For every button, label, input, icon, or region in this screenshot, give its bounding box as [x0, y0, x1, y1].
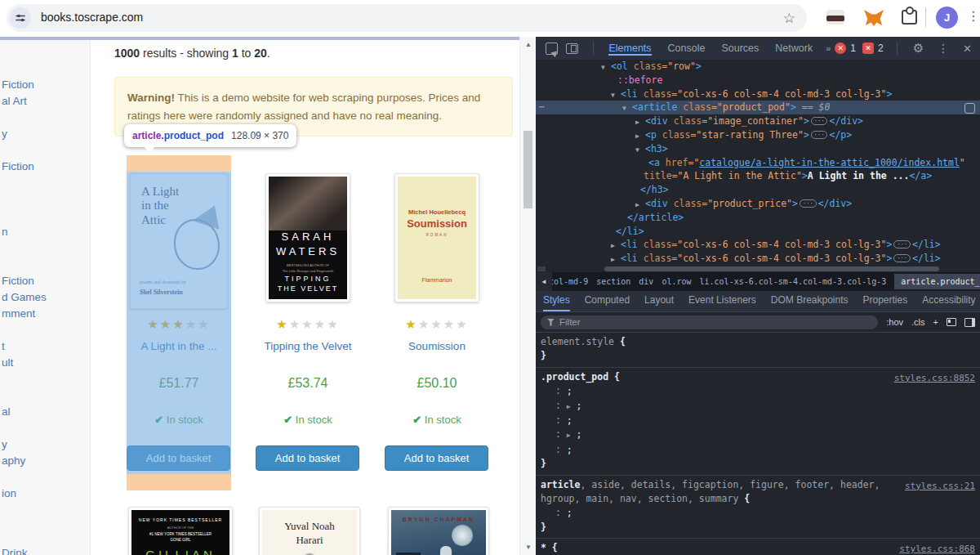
devtools-selected-node[interactable]: ▼<article class="product_pod"> == $0⋯: [536, 101, 980, 114]
site-info-icon[interactable]: [10, 7, 31, 29]
sidebar-category-link[interactable]: al Art: [2, 95, 27, 107]
book-cover[interactable]: BRYNN CHAPMAN: [388, 507, 489, 555]
extensions-puzzle-icon[interactable]: [902, 10, 917, 25]
devtools-tree-node[interactable]: ▶<li class="col-xs-6 col-sm-4 col-md-3 c…: [536, 252, 980, 266]
scroll-down-arrow[interactable]: ▼: [520, 544, 537, 551]
expand-ellipsis-icon[interactable]: ···: [811, 131, 828, 139]
settings-gear-icon[interactable]: ⚙: [913, 41, 924, 56]
panel-tab-dom-breakpoints[interactable]: DOM Breakpoints: [771, 291, 849, 311]
device-toolbar-icon[interactable]: [566, 43, 579, 54]
panel-tab-styles[interactable]: Styles: [543, 291, 570, 311]
sidebar-category-link[interactable]: mment: [2, 307, 35, 320]
sidebar-category-link[interactable]: y: [2, 438, 7, 450]
css-property[interactable]: : ;: [541, 384, 975, 398]
stylesheet-link[interactable]: styles.css:21: [905, 479, 975, 493]
book-title-link[interactable]: Soumission: [385, 340, 489, 352]
devtools-tab-console[interactable]: Console: [668, 43, 706, 54]
expand-ellipsis-icon[interactable]: ···: [800, 199, 817, 208]
devtools-tree-node[interactable]: </article>: [536, 211, 980, 225]
page-scrollbar[interactable]: ▲ ▼: [519, 37, 537, 555]
devtools-tab-sources[interactable]: Sources: [721, 43, 759, 54]
devtools-tree-node[interactable]: </li>: [536, 225, 980, 239]
stylesheet-link[interactable]: styles.css:8852: [894, 371, 975, 385]
panel-tab-accessibility[interactable]: Accessibility: [922, 291, 975, 311]
css-property[interactable]: : ;: [541, 414, 975, 427]
metamask-fox-icon[interactable]: [864, 10, 884, 26]
sidebar-category-link[interactable]: y: [2, 128, 7, 140]
scroll-up-arrow[interactable]: ▲: [520, 41, 537, 48]
scrollbar-thumb[interactable]: [523, 131, 532, 208]
url-bar[interactable]: books.toscrape.com ☆: [7, 4, 807, 32]
devtools-tree-node[interactable]: </h3>: [536, 183, 980, 197]
expand-ellipsis-icon[interactable]: ···: [893, 254, 911, 262]
panel-tab-properties[interactable]: Properties: [863, 291, 908, 311]
devtools-close-icon[interactable]: ✕: [963, 43, 972, 55]
bookmark-star-icon[interactable]: ☆: [783, 10, 795, 27]
css-property[interactable]: : ▶ ;: [541, 399, 975, 414]
sidebar-category-link[interactable]: t: [2, 340, 5, 352]
more-tabs-chevron[interactable]: »: [826, 43, 830, 53]
breadcrumb-item[interactable]: article.product_pod: [894, 274, 980, 289]
devtools-tree-node[interactable]: ▶<div class="image_container">···</div>: [536, 114, 980, 128]
breadcrumb-item[interactable]: ol.row: [662, 277, 691, 286]
panel-tab-layout[interactable]: Layout: [644, 291, 674, 311]
devtools-tree-node[interactable]: ▶<p class="star-rating Three">···</p>: [536, 128, 980, 142]
scrollbar-thumb[interactable]: [604, 266, 939, 271]
sidebar-category-link[interactable]: Drink: [2, 547, 28, 555]
devtools-tab-elements[interactable]: Elements: [608, 43, 651, 56]
panel-tab-event-listeners[interactable]: Event Listeners: [688, 291, 756, 311]
reveal-node-icon[interactable]: [964, 103, 975, 114]
sidebar-category-link[interactable]: n: [2, 226, 8, 238]
sidebar-category-link[interactable]: Fiction: [2, 160, 34, 172]
breadcrumb-item[interactable]: section: [596, 277, 630, 286]
filter-input[interactable]: Filter: [541, 316, 878, 329]
book-cover[interactable]: Michel Houellebecq Soumission ROMAN Flam…: [394, 173, 479, 302]
sidebar-category-link[interactable]: ult: [2, 356, 13, 369]
css-property[interactable]: : ;: [541, 443, 975, 457]
stylesheet-link[interactable]: styles.css:868: [899, 542, 975, 555]
devtools-tree-node[interactable]: ▼<ol class="row">: [536, 60, 980, 74]
computed-sidebar-toggle-icon[interactable]: [964, 318, 975, 327]
rendering-emulation-icon[interactable]: [947, 318, 956, 326]
sidebar-category-link[interactable]: Fiction: [2, 78, 34, 91]
devtools-tree-node[interactable]: ::before: [536, 74, 980, 87]
devtools-tree-node[interactable]: <a href="catalogue/a-light-in-the-attic_…: [536, 156, 980, 170]
sidebar-category-link[interactable]: d Games: [2, 291, 47, 303]
tree-horizontal-scrollbar[interactable]: [536, 266, 980, 272]
sidebar-category-link[interactable]: aphy: [2, 454, 25, 467]
breadcrumb-item[interactable]: li.col-xs-6.col-sm-4.col-md-3.col-lg-3: [700, 277, 887, 286]
profile-avatar[interactable]: J: [936, 7, 958, 29]
inspect-element-icon[interactable]: [546, 43, 558, 55]
browser-menu-icon[interactable]: ⋮: [967, 8, 980, 24]
breadcrumb-item[interactable]: div: [639, 277, 653, 286]
breadcrumb-scroll-left-icon[interactable]: ◀: [536, 272, 552, 291]
expand-ellipsis-icon[interactable]: ···: [811, 117, 828, 125]
book-cover[interactable]: Yuval NoahHarari: [259, 507, 360, 555]
book-cover[interactable]: SARAH WATERS BESTSELLING AUTHOR OFThe Li…: [265, 173, 350, 302]
devtools-tree-node[interactable]: ▼<li class="col-xs-6 col-sm-4 col-md-3 c…: [536, 87, 980, 101]
breadcrumb-item[interactable]: col-md-9: [552, 277, 588, 286]
wallet-extension-icon[interactable]: [826, 10, 844, 25]
filter-action[interactable]: :hov: [886, 317, 903, 327]
sidebar-category-link[interactable]: al: [2, 405, 11, 418]
add-to-basket-button[interactable]: Add to basket: [256, 445, 359, 471]
add-to-basket-button[interactable]: Add to basket: [385, 445, 488, 471]
css-property[interactable]: : ▶ ;: [541, 427, 975, 442]
filter-action[interactable]: +: [933, 317, 938, 327]
console-error-icon[interactable]: ✕: [835, 43, 846, 54]
issues-icon[interactable]: ✕: [862, 43, 874, 54]
devtools-tree-node[interactable]: ▼<h3>: [536, 142, 980, 156]
url-text[interactable]: books.toscrape.com: [41, 11, 143, 24]
css-property[interactable]: : ;: [541, 506, 975, 520]
devtools-tree-node[interactable]: ▶<div class="product_price">···</div>: [536, 197, 980, 211]
devtools-tab-network[interactable]: Network: [775, 43, 813, 54]
sidebar-category-link[interactable]: Fiction: [2, 275, 34, 287]
book-title-link[interactable]: Tipping the Velvet: [256, 340, 360, 352]
sidebar-category-link[interactable]: ion: [2, 487, 16, 499]
expand-ellipsis-icon[interactable]: ···: [893, 240, 911, 248]
devtools-tree-node[interactable]: title="A Light in the Attic">A Light in …: [536, 169, 980, 183]
filter-action[interactable]: .cls: [911, 317, 925, 327]
devtools-menu-icon[interactable]: ⋮: [938, 42, 949, 55]
panel-tab-computed[interactable]: Computed: [585, 291, 630, 311]
devtools-tree-node[interactable]: ▶<li class="col-xs-6 col-sm-4 col-md-3 c…: [536, 238, 980, 252]
